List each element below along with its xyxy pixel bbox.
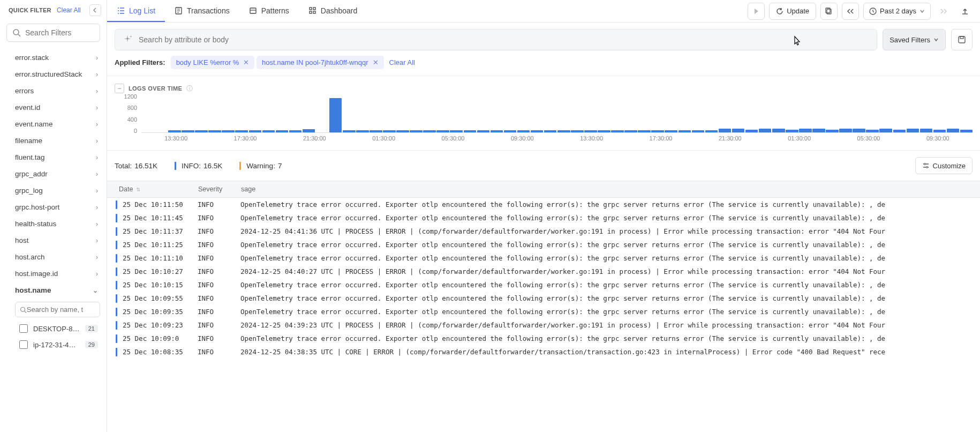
chart-bar[interactable] (611, 130, 624, 132)
clear-all-link[interactable]: Clear All (57, 6, 81, 14)
chart-bar[interactable] (732, 129, 745, 132)
chart-bar[interactable] (638, 130, 651, 132)
search-box[interactable] (115, 29, 877, 50)
chip-remove[interactable]: ✕ (373, 58, 379, 66)
filter-item-host[interactable]: host› (0, 232, 107, 249)
th-message[interactable]: sage (236, 181, 980, 197)
table-row[interactable]: 25 Dec 10:11:45 INFO OpenTelemetry trace… (107, 211, 980, 225)
chart-bar[interactable] (436, 130, 449, 132)
tab-log-list[interactable]: Log List (107, 0, 165, 22)
chart-bar[interactable] (168, 130, 181, 132)
chart-bar[interactable] (491, 130, 503, 132)
clear-applied-filters[interactable]: Clear All (389, 58, 415, 66)
update-button[interactable]: Update (769, 3, 816, 20)
filter-check-row[interactable]: DESKTOP-8…21 (0, 321, 107, 337)
chart-bar[interactable] (222, 130, 235, 132)
table-row[interactable]: 25 Dec 10:10:27 INFO 2024-12-25 04:40:27… (107, 265, 980, 278)
table-row[interactable]: 25 Dec 10:09:55 INFO OpenTelemetry trace… (107, 292, 980, 305)
chart-bar[interactable] (423, 130, 436, 132)
filter-item-health-status[interactable]: health-status› (0, 215, 107, 232)
filter-check-row[interactable]: ip-172-31-4…29 (0, 337, 107, 353)
chart-canvas[interactable]: 04008001200 13:30:0017:30:0021:30:0001:3… (115, 96, 973, 150)
filter-item-errors[interactable]: errors› (0, 83, 107, 99)
search-filters-box[interactable] (6, 24, 100, 42)
filter-item-fluent-tag[interactable]: fluent.tag› (0, 149, 107, 166)
chart-bar[interactable] (692, 130, 705, 132)
chart-bar[interactable] (208, 130, 221, 132)
table-row[interactable]: 25 Dec 10:08:35 INFO 2024-12-25 04:38:35… (107, 345, 980, 359)
filter-item-grpc-log[interactable]: grpc_log› (0, 182, 107, 199)
chart-bar[interactable] (665, 130, 677, 132)
chart-bar[interactable] (235, 130, 248, 132)
chart-bar[interactable] (651, 130, 664, 132)
customize-button[interactable]: Customize (915, 157, 973, 174)
step-back-button[interactable] (842, 3, 859, 20)
chart-bar[interactable] (893, 130, 906, 132)
copy-button[interactable] (820, 3, 838, 20)
step-forward-button[interactable] (935, 3, 952, 20)
info-icon[interactable]: ⓘ (186, 84, 193, 93)
chart-bar[interactable] (289, 130, 302, 132)
collapse-sidebar-button[interactable] (89, 4, 101, 16)
filter-item-host-image-id[interactable]: host.image.id› (0, 265, 107, 282)
table-row[interactable]: 25 Dec 10:11:37 INFO 2024-12-25 04:41:36… (107, 225, 980, 238)
chart-bar[interactable] (839, 129, 852, 132)
table-row[interactable]: 25 Dec 10:11:10 INFO OpenTelemetry trace… (107, 251, 980, 265)
table-row[interactable]: 25 Dec 10:11:25 INFO OpenTelemetry trace… (107, 238, 980, 251)
chart-bar[interactable] (679, 130, 691, 132)
filter-checkbox[interactable] (19, 324, 28, 333)
chart-bar[interactable] (370, 130, 382, 132)
chart-bar[interactable] (262, 130, 275, 132)
chart-bar[interactable] (866, 130, 879, 132)
time-range-button[interactable]: Past 2 days (863, 3, 931, 20)
chart-bar[interactable] (504, 130, 517, 132)
chart-bar[interactable] (960, 130, 973, 132)
chart-bar[interactable] (303, 129, 315, 132)
tab-patterns[interactable]: Patterns (239, 0, 299, 22)
table-row[interactable]: 25 Dec 10:10:15 INFO OpenTelemetry trace… (107, 278, 980, 292)
chart-bar[interactable] (907, 129, 919, 132)
chart-bar[interactable] (598, 130, 610, 132)
th-severity[interactable]: Severity (193, 181, 236, 197)
filter-checkbox[interactable] (19, 340, 28, 349)
chart-bar[interactable] (826, 130, 839, 132)
chart-bar[interactable] (450, 130, 463, 132)
chart-bar[interactable] (571, 130, 584, 132)
saved-filters-button[interactable]: Saved Filters (883, 29, 946, 50)
filter-item-event-name[interactable]: event.name› (0, 116, 107, 132)
chart-bar[interactable] (786, 130, 798, 132)
chart-bar[interactable] (557, 130, 570, 132)
filter-item-error-structuredStack[interactable]: error.structuredStack› (0, 66, 107, 83)
play-button[interactable] (748, 3, 765, 20)
chart-bar[interactable] (719, 129, 732, 132)
filter-item-filename[interactable]: filename› (0, 132, 107, 149)
chart-bar[interactable] (477, 130, 490, 132)
filter-sub-search[interactable] (15, 302, 100, 317)
chart-bar[interactable] (276, 130, 289, 132)
chart-bar[interactable] (329, 98, 342, 132)
chart-bar[interactable] (195, 130, 208, 132)
chart-bar[interactable] (544, 130, 557, 132)
chart-bar[interactable] (705, 130, 718, 132)
search-filters-input[interactable] (25, 28, 94, 37)
tab-transactions[interactable]: Transactions (165, 0, 239, 22)
table-row[interactable]: 25 Dec 10:11:50 INFO OpenTelemetry trace… (107, 198, 980, 211)
chart-bar[interactable] (531, 130, 544, 132)
filter-sub-search-input[interactable] (27, 306, 95, 314)
filter-item-host-name[interactable]: host.name⌄ (0, 282, 107, 299)
chart-bar[interactable] (383, 130, 396, 132)
chart-bar[interactable] (920, 129, 933, 132)
chart-bar[interactable] (356, 130, 369, 132)
filter-chip[interactable]: body LIKE %error %✕ (171, 56, 255, 69)
upload-button[interactable] (956, 3, 974, 20)
filter-item-host-arch[interactable]: host.arch› (0, 249, 107, 265)
filter-item-error-stack[interactable]: error.stack› (0, 49, 107, 66)
chart-bar[interactable] (933, 130, 946, 132)
chart-bar[interactable] (772, 129, 785, 132)
chart-bar[interactable] (759, 129, 772, 132)
chart-bar[interactable] (853, 129, 865, 132)
chart-bar[interactable] (745, 130, 758, 132)
filter-item-grpc-host-port[interactable]: grpc.host-port› (0, 199, 107, 215)
chart-bar[interactable] (517, 130, 530, 132)
table-row[interactable]: 25 Dec 10:09:23 INFO 2024-12-25 04:39:23… (107, 318, 980, 332)
